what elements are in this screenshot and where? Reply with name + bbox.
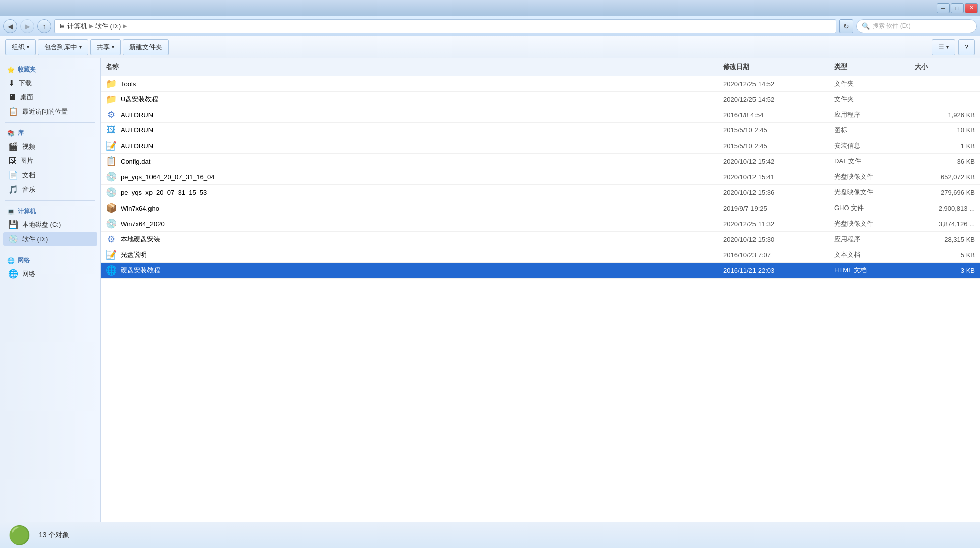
file-name-cell: 📦 Win7x64.gho <box>101 201 718 215</box>
col-date[interactable]: 修改日期 <box>718 60 829 74</box>
col-name[interactable]: 名称 <box>101 60 718 74</box>
include-library-button[interactable]: 包含到库中 ▾ <box>38 39 88 55</box>
include-library-arrow: ▾ <box>79 44 82 50</box>
sidebar-item-recent[interactable]: 📋 最近访问的位置 <box>3 105 97 118</box>
file-list-body: 📁 Tools 2020/12/25 14:52 文件夹 📁 U盘安装教程 20… <box>101 76 980 522</box>
file-name-cell: ⚙ 本地硬盘安装 <box>101 232 718 246</box>
table-row[interactable]: ⚙ 本地硬盘安装 2020/10/12 15:30 应用程序 28,315 KB <box>101 232 980 247</box>
table-row[interactable]: 💿 pe_yqs_xp_20_07_31_15_53 2020/10/12 15… <box>101 185 980 200</box>
file-name: 硬盘安装教程 <box>121 266 160 275</box>
table-row[interactable]: 📝 光盘说明 2016/10/23 7:07 文本文档 5 KB <box>101 247 980 263</box>
help-button[interactable]: ? <box>958 39 975 55</box>
file-type-icon: 📁 <box>106 94 117 105</box>
sidebar-item-d-drive[interactable]: 💿 软件 (D:) <box>3 232 97 246</box>
col-size[interactable]: 大小 <box>910 60 980 74</box>
computer-section-label: 计算机 <box>18 207 36 216</box>
sidebar-item-download[interactable]: ⬇ 下载 <box>3 76 97 90</box>
divider-3 <box>5 250 95 250</box>
title-bar: ─ □ ✕ <box>0 0 980 16</box>
sidebar-item-desktop[interactable]: 🖥 桌面 <box>3 91 97 104</box>
sidebar-item-network[interactable]: 🌐 网络 <box>3 267 97 281</box>
back-button[interactable]: ◀ <box>3 19 17 33</box>
sidebar-item-documents[interactable]: 📄 文档 <box>3 168 97 182</box>
library-section: 📚 库 <box>3 127 97 139</box>
sidebar-item-video[interactable]: 🎬 视频 <box>3 140 97 153</box>
view-button[interactable]: ☰ ▾ <box>932 39 955 55</box>
file-type-icon: 💿 <box>106 218 117 229</box>
status-text: 13 个对象 <box>39 531 69 540</box>
toolbar: 组织 ▾ 包含到库中 ▾ 共享 ▾ 新建文件夹 ☰ ▾ ? <box>0 36 980 58</box>
include-library-label: 包含到库中 <box>44 43 77 52</box>
file-date: 2020/10/12 15:36 <box>718 187 829 198</box>
network-section-icon: 🌐 <box>7 257 15 264</box>
file-type-label: 光盘映像文件 <box>829 171 910 183</box>
file-type-label: HTML 文档 <box>829 264 910 277</box>
toolbar-right: ☰ ▾ ? <box>932 39 975 55</box>
file-type-label: 应用程序 <box>829 109 910 121</box>
share-button[interactable]: 共享 ▾ <box>90 39 121 55</box>
favorites-section: ⭐ 收藏夹 <box>3 63 97 75</box>
sidebar-item-music[interactable]: 🎵 音乐 <box>3 183 97 196</box>
table-row[interactable]: 📋 Config.dat 2020/10/12 15:42 DAT 文件 36 … <box>101 154 980 169</box>
breadcrumb[interactable]: 🖥 计算机 ▶ 软件 (D:) ▶ <box>54 19 836 33</box>
minimize-button[interactable]: ─ <box>937 3 950 13</box>
up-button[interactable]: ↑ <box>37 19 51 33</box>
new-folder-button[interactable]: 新建文件夹 <box>123 39 169 55</box>
file-size <box>910 98 980 101</box>
sidebar-item-c-drive-label: 本地磁盘 (C:) <box>22 220 61 229</box>
forward-button[interactable]: ▶ <box>20 19 34 33</box>
col-type[interactable]: 类型 <box>829 60 910 74</box>
table-row[interactable]: 📁 Tools 2020/12/25 14:52 文件夹 <box>101 76 980 92</box>
sidebar-item-pictures[interactable]: 🖼 图片 <box>3 154 97 167</box>
file-size: 2,900,813 ... <box>910 203 980 214</box>
file-name: AUTORUN <box>121 126 153 134</box>
file-type-label: 文件夹 <box>829 78 910 90</box>
search-placeholder: 搜索 软件 (D:) <box>873 22 911 30</box>
file-name: Win7x64_2020 <box>121 220 165 228</box>
sidebar-item-video-label: 视频 <box>22 142 35 151</box>
file-name-cell: 📁 U盘安装教程 <box>101 92 718 106</box>
file-name: 光盘说明 <box>121 250 147 259</box>
network-icon: 🌐 <box>8 269 18 279</box>
file-name-cell: ⚙ AUTORUN <box>101 108 718 122</box>
file-size: 3,874,126 ... <box>910 219 980 229</box>
organize-arrow: ▾ <box>27 44 29 50</box>
download-icon: ⬇ <box>8 78 15 88</box>
close-button[interactable]: ✕ <box>965 3 978 13</box>
divider-2 <box>5 200 95 201</box>
sidebar-item-music-label: 音乐 <box>22 185 35 194</box>
table-row[interactable]: ⚙ AUTORUN 2016/1/8 4:54 应用程序 1,926 KB <box>101 107 980 123</box>
file-date: 2020/12/25 14:52 <box>718 94 829 105</box>
file-name: pe_yqs_1064_20_07_31_16_04 <box>121 173 215 181</box>
file-type-label: 文本文档 <box>829 249 910 261</box>
file-type-label: 光盘映像文件 <box>829 186 910 198</box>
new-folder-label: 新建文件夹 <box>129 43 162 52</box>
table-row[interactable]: 📁 U盘安装教程 2020/12/25 14:52 文件夹 <box>101 92 980 107</box>
view-arrow: ▾ <box>946 44 949 50</box>
table-row[interactable]: 🌐 硬盘安装教程 2016/11/21 22:03 HTML 文档 3 KB <box>101 263 980 279</box>
search-box[interactable]: 🔍 搜索 软件 (D:) <box>856 19 977 33</box>
file-name-cell: 📋 Config.dat <box>101 154 718 168</box>
table-row[interactable]: 📦 Win7x64.gho 2019/9/7 19:25 GHO 文件 2,90… <box>101 200 980 216</box>
window-controls: ─ □ ✕ <box>937 3 978 13</box>
table-row[interactable]: 📝 AUTORUN 2015/5/10 2:45 安装信息 1 KB <box>101 138 980 154</box>
file-name: Config.dat <box>121 158 150 165</box>
file-date: 2020/10/12 15:30 <box>718 234 829 245</box>
file-size: 1 KB <box>910 141 980 151</box>
table-row[interactable]: 💿 pe_yqs_1064_20_07_31_16_04 2020/10/12 … <box>101 169 980 185</box>
refresh-button[interactable]: ↻ <box>839 19 853 33</box>
network-section: 🌐 网络 <box>3 254 97 266</box>
file-date: 2020/12/25 14:52 <box>718 79 829 89</box>
sidebar-item-c-drive[interactable]: 💾 本地磁盘 (C:) <box>3 218 97 231</box>
file-size: 279,696 KB <box>910 187 980 198</box>
file-list-header: 名称 修改日期 类型 大小 <box>101 58 980 76</box>
table-row[interactable]: 💿 Win7x64_2020 2020/12/25 11:32 光盘映像文件 3… <box>101 216 980 232</box>
maximize-button[interactable]: □ <box>951 3 964 13</box>
file-date: 2016/10/23 7:07 <box>718 250 829 260</box>
table-row[interactable]: 🖼 AUTORUN 2015/5/10 2:45 图标 10 KB <box>101 123 980 138</box>
breadcrumb-expand[interactable]: ▶ <box>123 23 127 29</box>
organize-button[interactable]: 组织 ▾ <box>5 39 36 55</box>
breadcrumb-item-computer[interactable]: 计算机 <box>67 22 87 31</box>
breadcrumb-item-drive[interactable]: 软件 (D:) <box>95 22 121 31</box>
file-name: U盘安装教程 <box>121 95 158 104</box>
